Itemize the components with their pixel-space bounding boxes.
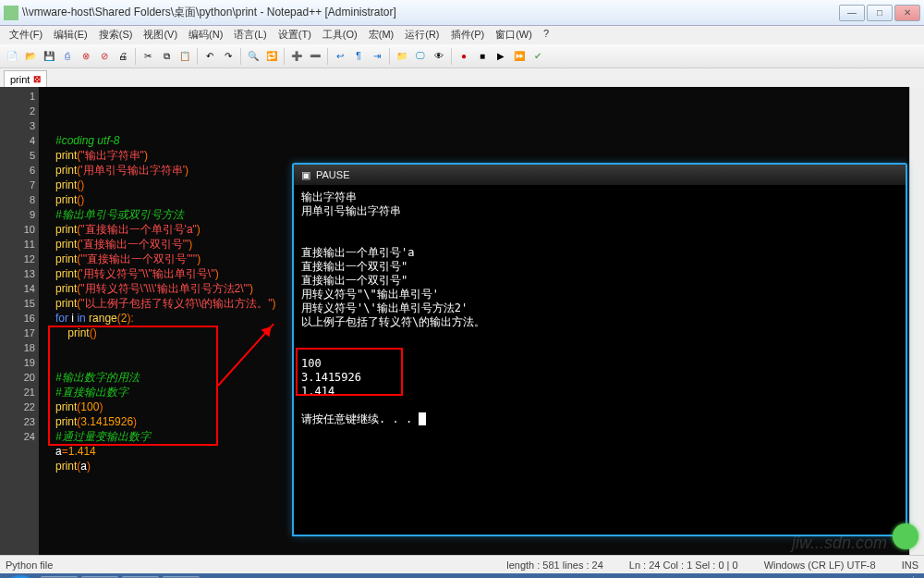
fast-icon[interactable]: ⏩ [511, 48, 528, 65]
toolbar: 📄 📂 💾 ⎙ ⊗ ⊘ 🖨 ✂ ⧉ 📋 ↶ ↷ 🔍 🔁 ➕ ➖ ↩ ¶ ⇥ 📁 … [0, 44, 924, 68]
record-icon[interactable]: ● [456, 48, 472, 65]
menu-item[interactable]: 搜索(S) [93, 26, 139, 44]
maximize-button[interactable]: □ [867, 5, 893, 21]
menu-item[interactable]: 工具(O) [317, 26, 363, 44]
taskbar[interactable]: ⊞ e 📁 N ▣ ⚑ ◆ 🖧 🔊 13:15 [0, 573, 924, 578]
tab-strip: print ⊠ [0, 68, 924, 87]
new-icon[interactable]: 📄 [4, 48, 20, 65]
indent-icon[interactable]: ⇥ [369, 48, 385, 65]
line-gutter: 123456789101112131415161718192021222324 [0, 87, 39, 555]
status-filetype: Python file [6, 560, 53, 571]
status-length: length : 581 lines : 24 [506, 560, 603, 571]
console-title: PAUSE [316, 169, 349, 180]
cut-icon[interactable]: ✂ [140, 48, 156, 65]
window-titlebar: \\vmware-host\Shared Folders\桌面\python\p… [0, 0, 924, 26]
save-all-icon[interactable]: ⎙ [59, 48, 76, 65]
play-icon[interactable]: ▶ [492, 48, 509, 65]
zoom-out-icon[interactable]: ➖ [307, 48, 323, 65]
menu-item[interactable]: ? [538, 26, 554, 44]
eye-icon[interactable]: 👁 [431, 48, 447, 65]
console-titlebar: ▣ PAUSE [294, 165, 906, 185]
menu-item[interactable]: 编码(N) [183, 26, 228, 44]
menu-item[interactable]: 文件(F) [4, 26, 48, 44]
minimize-button[interactable]: — [839, 5, 865, 21]
tab-label: print [10, 74, 30, 85]
open-icon[interactable]: 📂 [22, 48, 39, 65]
status-position: Ln : 24 Col : 1 Sel : 0 | 0 [629, 560, 738, 571]
print-icon[interactable]: 🖨 [115, 48, 131, 65]
close-file-icon[interactable]: ⊗ [78, 48, 94, 65]
find-icon[interactable]: 🔍 [245, 48, 261, 65]
stop-icon[interactable]: ■ [474, 48, 491, 65]
menu-item[interactable]: 编辑(E) [48, 26, 93, 44]
console-window[interactable]: ▣ PAUSE 输出字符串 用单引号输出字符串 直接输出一个单引号'a 直接输出… [292, 163, 907, 536]
monitor-icon[interactable]: 🖵 [412, 48, 429, 65]
window-title: \\vmware-host\Shared Folders\桌面\python\p… [22, 5, 839, 20]
redo-icon[interactable]: ↷ [220, 48, 237, 65]
app-icon [4, 6, 18, 20]
folder-icon[interactable]: 📁 [394, 48, 410, 65]
paste-icon[interactable]: 📋 [176, 48, 193, 65]
copy-icon[interactable]: ⧉ [158, 48, 175, 65]
menu-item[interactable]: 运行(R) [399, 26, 444, 44]
close-all-icon[interactable]: ⊘ [96, 48, 113, 65]
menu-bar[interactable]: 文件(F)编辑(E)搜索(S)视图(V)编码(N)语言(L)设置(T)工具(O)… [0, 26, 924, 44]
menu-item[interactable]: 插件(P) [445, 26, 491, 44]
undo-icon[interactable]: ↶ [201, 48, 218, 65]
close-button[interactable]: ✕ [894, 5, 920, 21]
save-icon[interactable]: 💾 [41, 48, 57, 65]
watermark-text: jiw...sdn.com [792, 534, 887, 553]
tab-print[interactable]: print ⊠ [4, 70, 47, 87]
console-icon: ▣ [301, 169, 310, 181]
save-macro-icon[interactable]: ✔ [529, 48, 546, 65]
vertical-scrollbar[interactable] [909, 87, 924, 555]
tab-close-icon[interactable]: ⊠ [33, 74, 41, 84]
menu-item[interactable]: 视图(V) [138, 26, 183, 44]
wrap-icon[interactable]: ↩ [332, 48, 348, 65]
zoom-in-icon[interactable]: ➕ [288, 48, 305, 65]
start-button[interactable]: ⊞ [4, 575, 37, 579]
menu-item[interactable]: 窗口(W) [490, 26, 538, 44]
menu-item[interactable]: 宏(M) [363, 26, 400, 44]
replace-icon[interactable]: 🔁 [263, 48, 280, 65]
editor-area: 123456789101112131415161718192021222324 … [0, 87, 924, 555]
show-all-icon[interactable]: ¶ [350, 48, 367, 65]
menu-item[interactable]: 语言(L) [228, 26, 272, 44]
highlight-box-console [296, 348, 403, 396]
status-bar: Python file length : 581 lines : 24 Ln :… [0, 555, 924, 573]
menu-item[interactable]: 设置(T) [273, 26, 317, 44]
status-mode: INS [902, 560, 918, 571]
status-encoding: Windows (CR LF) UTF-8 [764, 560, 876, 571]
fold-column [39, 87, 52, 555]
floating-button[interactable] [893, 523, 918, 549]
